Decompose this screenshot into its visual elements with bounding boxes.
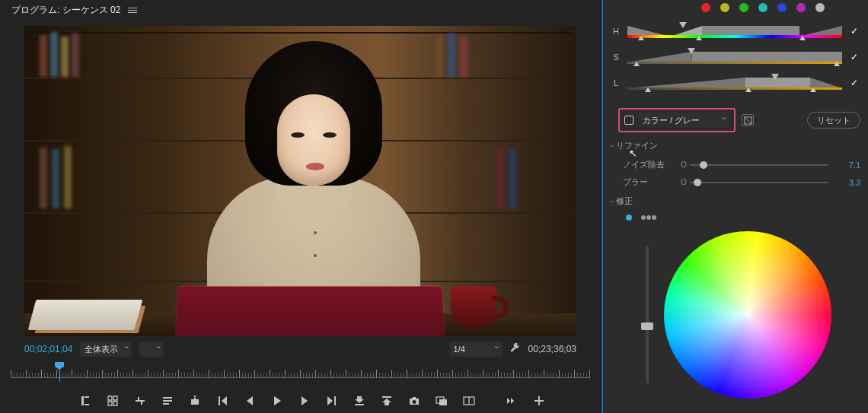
- go-to-out-icon[interactable]: [326, 394, 338, 408]
- dot-cyan[interactable]: [758, 3, 767, 12]
- duration-timecode: 00;23;36;03: [528, 344, 576, 354]
- panel-title: プログラム: シーケンス 02: [11, 4, 120, 17]
- denoise-label: ノイズ除去: [623, 159, 675, 170]
- lift-icon[interactable]: [353, 394, 365, 408]
- denoise-slider[interactable]: [690, 160, 828, 170]
- go-to-in-icon[interactable]: [216, 394, 228, 408]
- camera-icon[interactable]: [408, 394, 420, 408]
- comparison-view-icon[interactable]: [463, 394, 475, 408]
- program-monitor-panel: プログラム: シーケンス 02: [0, 0, 602, 413]
- export-frame-icon[interactable]: [189, 394, 201, 408]
- hsl-color-row: [687, 3, 839, 12]
- blur-value[interactable]: 3.3: [834, 178, 860, 187]
- single-wheel-mode-icon[interactable]: [626, 214, 632, 221]
- color-gray-dropdown[interactable]: カラー / グレー: [638, 113, 729, 128]
- color-wheel-area: +: [656, 231, 839, 399]
- dot-blue[interactable]: [777, 3, 787, 12]
- mark-grid-icon[interactable]: [107, 394, 119, 408]
- s-slider[interactable]: [627, 48, 842, 66]
- insert-icon[interactable]: [134, 394, 146, 408]
- current-timecode[interactable]: 00;02;01;04: [24, 344, 72, 354]
- s-enabled-check-icon[interactable]: ✓: [848, 51, 860, 63]
- l-slider[interactable]: [627, 74, 842, 92]
- resolution-dropdown[interactable]: 1/4: [449, 342, 503, 357]
- correction-section-header[interactable]: › 修正: [611, 195, 860, 207]
- more-icon[interactable]: [506, 394, 518, 408]
- h-enabled-check-icon[interactable]: ✓: [848, 25, 860, 37]
- dot-gray[interactable]: [815, 3, 825, 12]
- luma-slider-thumb[interactable]: [641, 322, 653, 330]
- svg-rect-1: [439, 399, 447, 405]
- settings-wrench-icon[interactable]: [510, 343, 521, 356]
- mark-in-icon[interactable]: [79, 394, 91, 408]
- h-slider[interactable]: [627, 22, 842, 40]
- chevron-down-icon: ›: [608, 145, 616, 147]
- transport-controls: [11, 385, 590, 412]
- color-gray-highlight: カラー / グレー: [618, 108, 736, 132]
- step-forward-icon[interactable]: [298, 394, 311, 408]
- safe-margins-icon[interactable]: [436, 394, 448, 408]
- blur-label: ブラー: [623, 176, 675, 188]
- l-enabled-check-icon[interactable]: ✓: [848, 77, 860, 89]
- chevron-down-icon: ›: [608, 200, 616, 202]
- zoom-fit-dropdown[interactable]: 全体表示: [80, 342, 132, 357]
- timeline-ruler[interactable]: [11, 362, 590, 382]
- l-label: L: [611, 78, 621, 87]
- blur-slider[interactable]: [690, 177, 828, 188]
- overwrite-icon[interactable]: [161, 394, 174, 408]
- extract-icon[interactable]: [381, 394, 393, 408]
- step-back-icon[interactable]: [244, 394, 256, 408]
- refine-section-header[interactable]: › リファイン: [611, 140, 860, 151]
- zoom-aux-dropdown[interactable]: [139, 342, 164, 357]
- invert-mask-icon[interactable]: [742, 114, 754, 126]
- dot-green[interactable]: [739, 3, 748, 12]
- dot-magenta[interactable]: [796, 3, 806, 12]
- dot-red[interactable]: [701, 3, 710, 12]
- luma-slider-track[interactable]: [646, 246, 649, 383]
- lumetri-color-panel: H ✓ S ✓ L: [602, 0, 868, 413]
- playhead[interactable]: [59, 362, 64, 382]
- play-icon[interactable]: [271, 394, 283, 408]
- denoise-value[interactable]: 7.1: [834, 160, 860, 170]
- dot-yellow[interactable]: [720, 3, 729, 12]
- video-preview[interactable]: [24, 26, 576, 336]
- panel-menu-icon[interactable]: [128, 8, 137, 13]
- reset-button[interactable]: リセット: [807, 112, 860, 129]
- show-mask-checkbox[interactable]: [624, 116, 633, 125]
- h-label: H: [611, 27, 621, 36]
- three-wheel-mode-icon[interactable]: [641, 215, 656, 220]
- color-wheel-center-icon[interactable]: +: [744, 311, 753, 320]
- s-label: S: [611, 52, 621, 62]
- button-editor-icon[interactable]: [533, 394, 545, 408]
